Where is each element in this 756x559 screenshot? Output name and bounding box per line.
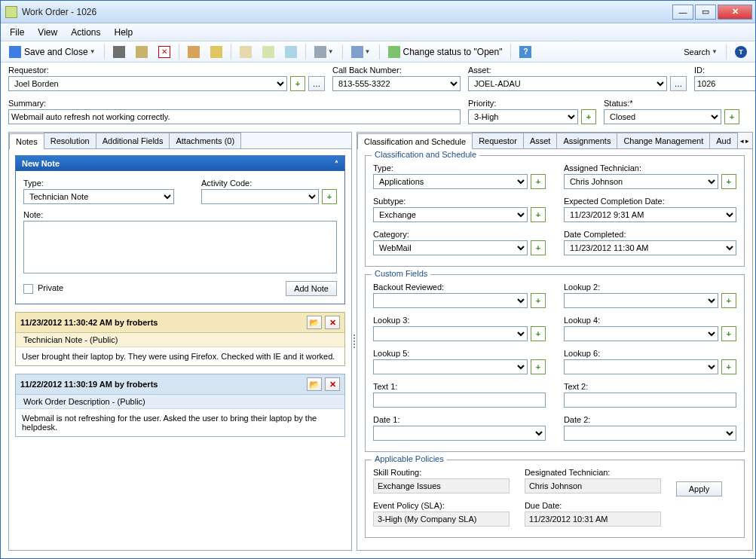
lookup4-select[interactable]	[564, 326, 718, 341]
tab-scroll-right[interactable]: ▸	[745, 137, 749, 145]
note-edit-button[interactable]: 📂	[307, 377, 322, 391]
lookup3-select[interactable]	[373, 326, 528, 341]
date2-select[interactable]	[564, 426, 736, 441]
right-pane: Classification and Schedule Requestor As…	[357, 132, 753, 551]
subtype-add-button[interactable]: +	[531, 207, 546, 222]
requestor-browse-button[interactable]: …	[308, 76, 325, 91]
lookup5-select[interactable]	[373, 359, 528, 374]
lookup2-add-button[interactable]: +	[721, 293, 736, 308]
summary-input[interactable]	[8, 109, 461, 124]
help-button[interactable]: ?	[516, 44, 535, 60]
doc-button-3[interactable]	[281, 44, 301, 60]
text1-input[interactable]	[373, 393, 546, 408]
priority-select[interactable]: 3-High	[468, 109, 578, 124]
plus-icon: +	[727, 329, 731, 338]
tab-requestor[interactable]: Requestor	[472, 133, 524, 148]
technician-select[interactable]: Chris Johnson	[564, 174, 718, 189]
id-field[interactable]	[694, 76, 756, 91]
close-icon: ✕	[732, 7, 739, 17]
note-type-select[interactable]: Technician Note	[23, 189, 174, 204]
date1-select[interactable]	[373, 426, 546, 441]
tab-scroll-left[interactable]: ◂	[740, 137, 744, 145]
doc-button-1[interactable]	[236, 44, 256, 60]
close-button[interactable]: ✕	[718, 5, 752, 20]
tab-notes[interactable]: Notes	[9, 133, 44, 149]
brand-button[interactable]: T	[731, 44, 751, 60]
plus-icon: +	[727, 177, 731, 186]
status-add-button[interactable]: +	[724, 109, 739, 124]
tab-additional-fields[interactable]: Additional Fields	[96, 133, 170, 148]
lookup6-select[interactable]	[564, 359, 718, 374]
completed-date-select[interactable]: 11/23/2012 11:30 AM	[564, 240, 736, 255]
change-status-button[interactable]: Change status to "Open"	[384, 44, 507, 60]
lookup4-add-button[interactable]: +	[721, 326, 736, 341]
activity-code-select[interactable]	[201, 189, 319, 204]
class-type-add-button[interactable]: +	[531, 174, 546, 189]
callback-select[interactable]: 813-555-3322	[332, 76, 461, 91]
plus-icon: +	[295, 79, 300, 88]
splitter-handle[interactable]	[354, 132, 355, 551]
note-edit-button[interactable]: 📂	[307, 316, 322, 329]
tab-classification[interactable]: Classification and Schedule	[357, 133, 473, 149]
maximize-button[interactable]: ▭	[695, 5, 716, 20]
menu-file[interactable]: File	[10, 27, 24, 38]
delete-button[interactable]	[155, 44, 174, 60]
save-close-label: Save and Close	[24, 47, 88, 57]
tab-change-management[interactable]: Change Management	[617, 133, 710, 148]
note-delete-button[interactable]: ✕	[325, 377, 340, 391]
menu-actions[interactable]: Actions	[71, 27, 100, 38]
private-checkbox[interactable]	[23, 284, 33, 294]
subtype-select[interactable]: Exchange	[373, 207, 528, 222]
note-textarea[interactable]	[23, 221, 337, 273]
text2-input[interactable]	[564, 393, 736, 408]
search-dropdown-button[interactable]: Search ▼	[680, 44, 721, 60]
copy-button[interactable]	[132, 44, 152, 60]
requestor-select[interactable]: Joel Borden	[8, 76, 287, 91]
tab-audit[interactable]: Aud	[709, 133, 738, 148]
priority-add-button[interactable]: +	[581, 109, 596, 124]
status-select[interactable]: Closed	[604, 109, 721, 124]
activity-add-button[interactable]: +	[322, 189, 337, 204]
asset-browse-button[interactable]: …	[670, 76, 687, 91]
category-add-button[interactable]: +	[531, 240, 546, 255]
user-button-1[interactable]	[184, 44, 204, 60]
minimize-button[interactable]: —	[672, 5, 693, 20]
tab-assignments[interactable]: Assignments	[556, 133, 617, 148]
skill-routing-value: Exchange Issues	[373, 478, 510, 493]
list-dropdown-button[interactable]: ▼	[347, 44, 375, 60]
brand-icon: T	[735, 46, 747, 58]
new-note-panel: New Note ˄ Type: Technician Note Activit…	[15, 155, 345, 304]
lookup5-add-button[interactable]: +	[531, 359, 546, 374]
expected-date-select[interactable]: 11/23/2012 9:31 AM	[564, 207, 736, 222]
tab-attachments[interactable]: Attachments (0)	[169, 133, 241, 148]
tab-resolution[interactable]: Resolution	[44, 133, 96, 148]
grid-dropdown-button[interactable]: ▼	[311, 44, 338, 60]
lookup6-add-button[interactable]: +	[721, 359, 736, 374]
class-type-select[interactable]: Applications	[373, 174, 528, 189]
menu-view[interactable]: View	[38, 27, 57, 38]
tab-asset[interactable]: Asset	[523, 133, 558, 148]
menubar: File View Actions Help	[1, 23, 755, 41]
user-star-icon	[210, 46, 222, 58]
note-delete-button[interactable]: ✕	[325, 316, 340, 329]
user-button-2[interactable]	[207, 44, 226, 60]
private-checkbox-label[interactable]: Private	[23, 283, 63, 294]
new-note-header[interactable]: New Note ˄	[16, 156, 344, 171]
doc-button-2[interactable]	[259, 44, 278, 60]
lookup2-select[interactable]	[564, 293, 718, 308]
delete-icon: ✕	[329, 380, 336, 389]
lookup3-add-button[interactable]: +	[531, 326, 546, 341]
backout-select[interactable]	[373, 293, 528, 308]
skill-routing-label: Skill Routing:	[373, 468, 510, 477]
add-note-button[interactable]: Add Note	[286, 281, 337, 296]
save-and-close-button[interactable]: Save and Close ▼	[5, 44, 99, 60]
print-button[interactable]	[109, 44, 129, 60]
asset-select[interactable]: JOEL-ADAU	[468, 76, 667, 91]
technician-add-button[interactable]: +	[721, 174, 736, 189]
backout-add-button[interactable]: +	[531, 293, 546, 308]
menu-help[interactable]: Help	[115, 27, 133, 38]
category-select[interactable]: WebMail	[373, 240, 528, 255]
plus-icon: +	[586, 112, 591, 121]
apply-button[interactable]: Apply	[676, 481, 723, 496]
requestor-add-button[interactable]: +	[290, 76, 305, 91]
